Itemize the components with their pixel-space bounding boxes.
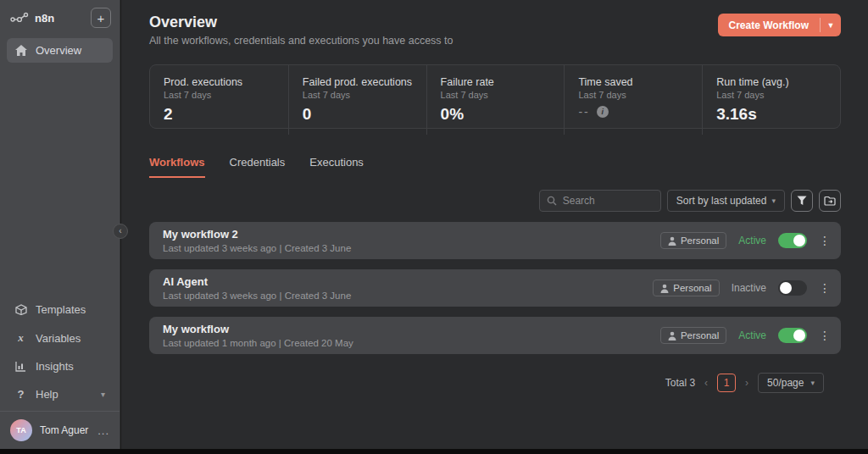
prev-page-icon[interactable]: ‹ — [704, 377, 708, 389]
stat-label: Failure rate — [441, 76, 551, 88]
stat-label: Time saved — [578, 76, 688, 88]
stat-value: 3.16s — [716, 105, 826, 124]
toggle-knob — [793, 329, 805, 341]
kebab-menu-icon[interactable]: ⋮ — [819, 282, 827, 294]
toggle-knob — [793, 235, 805, 246]
sidebar: n8n + Overview Templates x Variables — [0, 0, 120, 449]
sidebar-spacer — [0, 63, 120, 295]
owner-label: Personal — [681, 330, 719, 340]
add-workflow-button[interactable]: + — [91, 8, 111, 28]
stat-run-time: Run time (avg.) Last 7 days 3.16s — [702, 65, 840, 135]
stat-label: Failed prod. executions — [303, 76, 413, 88]
owner-label: Personal — [673, 283, 711, 293]
workflow-row[interactable]: AI Agent Last updated 3 weeks ago | Crea… — [149, 269, 841, 307]
workflow-meta: Last updated 3 weeks ago | Created 3 Jun… — [163, 243, 660, 253]
sidebar-bottom: Templates x Variables Insights ? Help ▾ — [0, 295, 120, 411]
sidebar-collapse-button[interactable]: ‹ — [113, 224, 128, 239]
sort-label: Sort by last updated — [676, 195, 767, 207]
sidebar-item-templates[interactable]: Templates — [7, 296, 113, 323]
user-menu-icon[interactable]: ... — [97, 424, 109, 437]
sidebar-item-help[interactable]: ? Help ▾ — [7, 381, 113, 407]
stat-failure-rate: Failure rate Last 7 days 0% — [426, 65, 565, 135]
kebab-menu-icon[interactable]: ⋮ — [819, 329, 827, 341]
folder-arrow-icon — [824, 196, 836, 206]
next-page-icon[interactable]: › — [745, 377, 748, 389]
stat-label: Run time (avg.) — [716, 76, 826, 88]
sidebar-item-label: Templates — [36, 303, 86, 316]
status-label: Inactive — [732, 282, 766, 294]
active-toggle[interactable] — [778, 233, 807, 248]
logo-row: n8n + — [0, 0, 120, 35]
owner-badge: Personal — [653, 280, 719, 296]
filter-icon — [797, 196, 807, 206]
workflow-row[interactable]: My workflow Last updated 1 month ago | C… — [149, 317, 841, 354]
workflow-name: My workflow — [163, 323, 660, 335]
active-toggle[interactable] — [778, 328, 807, 343]
workflow-meta: Last updated 3 weeks ago | Created 3 Jun… — [163, 291, 653, 301]
pagination-total: Total 3 — [665, 377, 695, 389]
chevron-down-icon: ▾ — [101, 390, 105, 399]
tab-workflows[interactable]: Workflows — [149, 156, 205, 178]
folders-button[interactable] — [819, 190, 841, 212]
stat-value: 2 — [164, 105, 275, 124]
workflow-meta: Last updated 1 month ago | Created 20 Ma… — [163, 338, 660, 348]
workflow-list: My workflow 2 Last updated 3 weeks ago |… — [149, 222, 841, 354]
filter-button[interactable] — [791, 190, 813, 212]
variables-icon: x — [14, 331, 27, 345]
current-page-button[interactable]: 1 — [717, 374, 736, 392]
home-icon — [14, 45, 27, 56]
avatar: TA — [10, 419, 32, 441]
templates-icon — [14, 304, 27, 315]
search-icon — [547, 196, 557, 206]
stat-value: 0% — [441, 105, 551, 124]
stat-time-saved: Time saved Last 7 days -- i — [564, 65, 702, 135]
person-icon — [660, 284, 669, 293]
workflow-row[interactable]: My workflow 2 Last updated 3 weeks ago |… — [149, 222, 841, 259]
stat-label: Prod. executions — [164, 76, 275, 88]
create-workflow-button[interactable]: Create Workflow ▼ — [718, 14, 841, 36]
stat-period: Last 7 days — [164, 90, 275, 100]
app-title: n8n — [35, 12, 91, 25]
stat-value-text: -- — [578, 105, 589, 119]
sort-dropdown[interactable]: Sort by last updated ▾ — [667, 190, 785, 212]
toggle-knob — [780, 282, 792, 294]
tab-credentials[interactable]: Credentials — [230, 156, 286, 178]
workflow-name: My workflow 2 — [163, 228, 660, 241]
sidebar-item-overview[interactable]: Overview — [7, 38, 113, 63]
stat-period: Last 7 days — [716, 90, 826, 100]
stat-value: 0 — [303, 105, 413, 124]
kebab-menu-icon[interactable]: ⋮ — [819, 235, 827, 246]
chevron-down-icon: ▾ — [810, 379, 815, 387]
active-toggle[interactable] — [778, 280, 807, 296]
stat-prod-executions: Prod. executions Last 7 days 2 — [150, 65, 288, 135]
search-box[interactable] — [539, 190, 661, 212]
sidebar-item-label: Insights — [36, 360, 74, 373]
search-input[interactable] — [563, 195, 654, 207]
page-size-dropdown[interactable]: 50/page ▾ — [758, 373, 824, 393]
owner-badge: Personal — [660, 327, 726, 344]
person-icon — [668, 331, 676, 340]
chevron-down-icon: ▾ — [771, 197, 776, 205]
workflow-name: AI Agent — [163, 275, 653, 288]
sidebar-item-label: Help — [36, 388, 58, 401]
user-row[interactable]: TA Tom Aguer ... — [0, 411, 120, 449]
stat-period: Last 7 days — [578, 90, 688, 100]
stats-panel: Prod. executions Last 7 days 2 Failed pr… — [149, 64, 841, 129]
status-label: Active — [738, 235, 766, 246]
pagination: Total 3 ‹ 1 › 50/page ▾ — [149, 373, 841, 393]
owner-label: Personal — [681, 235, 719, 246]
bottom-strip — [0, 449, 868, 454]
info-icon[interactable]: i — [597, 106, 609, 118]
workflow-actions: Personal Inactive ⋮ — [653, 280, 827, 296]
list-controls: Sort by last updated ▾ — [149, 190, 841, 212]
create-workflow-label[interactable]: Create Workflow — [718, 14, 820, 36]
chevron-down-icon[interactable]: ▼ — [821, 14, 841, 36]
stat-period: Last 7 days — [441, 90, 551, 100]
stat-period: Last 7 days — [303, 90, 413, 100]
sidebar-item-insights[interactable]: Insights — [7, 353, 113, 379]
workflow-info: My workflow Last updated 1 month ago | C… — [163, 323, 660, 348]
sidebar-item-label: Variables — [36, 332, 81, 345]
sidebar-item-variables[interactable]: x Variables — [7, 324, 113, 352]
stat-failed-executions: Failed prod. executions Last 7 days 0 — [288, 65, 426, 135]
tab-executions[interactable]: Executions — [309, 156, 364, 178]
